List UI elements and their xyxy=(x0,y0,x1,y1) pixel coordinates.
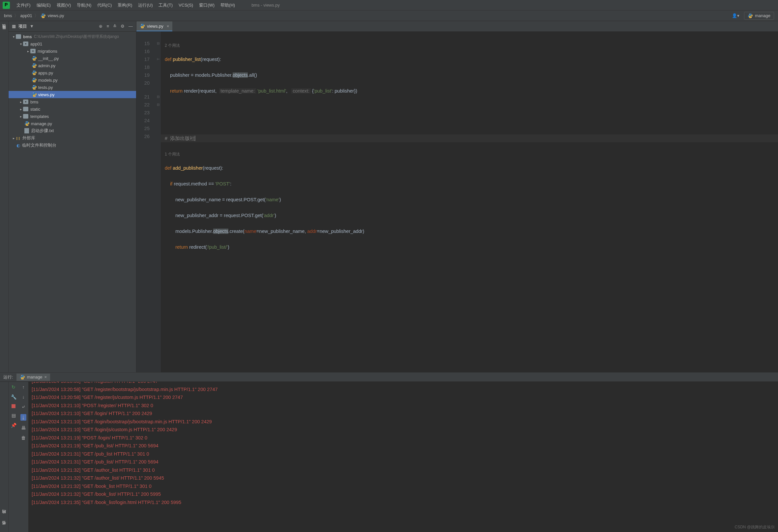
project-tool-icon[interactable]: ▦ xyxy=(2,25,6,30)
pin-icon[interactable]: 📌 xyxy=(11,423,16,428)
run-config-label: manage xyxy=(755,13,770,18)
python-icon xyxy=(20,374,25,380)
run-toolbar-right: ↑ ↓ ⤶ ⭳ 🖶 🗑 xyxy=(18,382,28,532)
tree-txt[interactable]: 启动步骤.txt xyxy=(9,127,136,135)
console-output[interactable]: [11/Jan/2024 13:20:58] "GET /register/ H… xyxy=(28,382,778,532)
run-header: 运行: manage × xyxy=(0,372,778,382)
sidebar-title: 项目 xyxy=(18,23,27,29)
tree-static[interactable]: ▸static xyxy=(9,105,136,113)
expand-icon[interactable]: ≡ xyxy=(106,24,109,29)
menu-help[interactable]: 帮助(H) xyxy=(218,1,238,10)
python-icon xyxy=(41,13,46,18)
editor-tab-bar: views.py × xyxy=(137,21,778,32)
tree-templates[interactable]: ▸templates xyxy=(9,113,136,120)
breadcrumb-sep: 〉 xyxy=(34,13,38,19)
sidebar-header: ▦ 项目 ▼ ⊕ ≡ ≛ ⚙ — xyxy=(9,21,136,32)
editor-tab-views[interactable]: views.py × xyxy=(137,21,172,31)
dropdown-icon[interactable]: ▼ xyxy=(30,24,34,29)
tree-manage[interactable]: manage.py xyxy=(9,120,136,127)
menu-file[interactable]: 文件(F) xyxy=(14,1,33,10)
tree-root[interactable]: ▾bmsC:\Users\Mr.Zhijun\Desktop\图书管理系统dja… xyxy=(9,33,136,40)
usages-hint[interactable]: 1 个用法 xyxy=(161,150,778,156)
minimize-icon[interactable]: — xyxy=(129,24,133,29)
wrench-icon[interactable]: 🔧 xyxy=(11,394,16,400)
left-tool-strip-bottom: 结构 书签 xyxy=(0,382,9,532)
run-label: 运行: xyxy=(3,374,13,380)
python-icon xyxy=(748,13,753,18)
code-editor[interactable]: 151617181920 212223242526 ⊟⊢ ⊟⊟ 2 个用法 de… xyxy=(137,32,778,372)
menu-window[interactable]: 窗口(W) xyxy=(197,1,217,10)
up-icon[interactable]: ↑ xyxy=(22,384,25,390)
collapse-icon[interactable]: ≛ xyxy=(113,24,116,29)
run-toolbar-left: ↻ 🔧 ▤ 📌 xyxy=(9,382,18,532)
navigation-bar: bms 〉 app01 〉 views.py 👤▾ manage xyxy=(0,11,778,21)
layout-icon[interactable]: ▤ xyxy=(11,413,16,418)
rerun-icon[interactable]: ↻ xyxy=(11,384,15,390)
editor-area: views.py × 151617181920 212223242526 ⊟⊢ … xyxy=(137,21,778,372)
menu-vcs[interactable]: VCS(S) xyxy=(176,1,196,9)
project-sidebar: ▦ 项目 ▼ ⊕ ≡ ≛ ⚙ — ▾bmsC:\Users\Mr.Zhijun\… xyxy=(9,21,137,372)
stop-icon[interactable] xyxy=(11,404,15,408)
breadcrumb-sep: 〉 xyxy=(14,13,18,19)
menu-tools[interactable]: 工具(T) xyxy=(156,1,175,10)
breadcrumb-app[interactable]: app01 xyxy=(20,13,32,18)
breadcrumb-file[interactable]: views.py xyxy=(48,13,64,18)
tree-file-tests[interactable]: tests.py xyxy=(9,84,136,91)
menu-run[interactable]: 运行(U) xyxy=(136,1,155,10)
run-tab-manage[interactable]: manage × xyxy=(16,373,51,381)
scroll-to-end-icon[interactable]: ⭳ xyxy=(20,414,26,421)
tree-file-views[interactable]: views.py xyxy=(9,91,136,98)
run-config-selector[interactable]: manage xyxy=(744,12,774,20)
window-title: bms - views.py xyxy=(251,3,280,8)
code-content[interactable]: 2 个用法 def publisher_list(request): publi… xyxy=(161,32,778,372)
down-icon[interactable]: ↓ xyxy=(22,394,25,400)
app-icon xyxy=(3,2,10,9)
menu-edit[interactable]: 编辑(E) xyxy=(34,1,53,10)
locate-icon[interactable]: ⊕ xyxy=(99,24,102,29)
menu-refactor[interactable]: 重构(R) xyxy=(115,1,135,10)
tree-file-apps[interactable]: apps.py xyxy=(9,69,136,76)
close-icon[interactable]: × xyxy=(45,374,47,379)
tree-file-init[interactable]: __init__.py xyxy=(9,55,136,62)
menu-bar: 文件(F) 编辑(E) 视图(V) 导航(N) 代码(C) 重构(R) 运行(U… xyxy=(0,0,778,11)
menu-navigate[interactable]: 导航(N) xyxy=(74,1,94,10)
print-icon[interactable]: 🖶 xyxy=(21,425,26,431)
line-number-gutter: 151617181920 212223242526 xyxy=(137,32,156,372)
usages-hint[interactable]: 2 个用法 xyxy=(161,41,778,48)
tab-label: views.py xyxy=(147,24,163,29)
close-icon[interactable]: × xyxy=(167,24,169,29)
run-tool-window: 运行: manage × 结构 书签 ↻ 🔧 ▤ 📌 ↑ ↓ ⤶ ⭳ 🖶 🗑 [… xyxy=(0,372,778,532)
left-tool-strip: ▦ 项目 xyxy=(0,21,9,372)
tree-file-models[interactable]: models.py xyxy=(9,76,136,84)
trash-icon[interactable]: 🗑 xyxy=(21,435,26,440)
fold-gutter: ⊟⊢ ⊟⊟ xyxy=(156,32,161,372)
tree-app01[interactable]: ▾app01 xyxy=(9,40,136,48)
project-tree[interactable]: ▾bmsC:\Users\Mr.Zhijun\Desktop\图书管理系统dja… xyxy=(9,32,136,372)
run-tab-label: manage xyxy=(27,374,43,379)
tree-external-libs[interactable]: ▸⫿⫿外部库 xyxy=(9,135,136,142)
user-icon[interactable]: 👤▾ xyxy=(732,13,740,18)
breadcrumb-root[interactable]: bms xyxy=(4,13,12,18)
settings-icon[interactable]: ⚙ xyxy=(121,24,125,29)
python-icon xyxy=(140,23,145,29)
tree-bms[interactable]: ▸bms xyxy=(9,98,136,105)
wrap-icon[interactable]: ⤶ xyxy=(21,404,25,410)
menu-code[interactable]: 代码(C) xyxy=(95,1,114,10)
tree-scratch[interactable]: ◐临时文件和控制台 xyxy=(9,142,136,149)
project-view-icon: ▦ xyxy=(12,24,16,29)
tree-file-admin[interactable]: admin.py xyxy=(9,62,136,69)
menu-view[interactable]: 视图(V) xyxy=(54,1,74,10)
watermark: CSDN @跳舞的皮埃尔 xyxy=(734,524,775,530)
tree-migrations[interactable]: ▸migrations xyxy=(9,48,136,55)
